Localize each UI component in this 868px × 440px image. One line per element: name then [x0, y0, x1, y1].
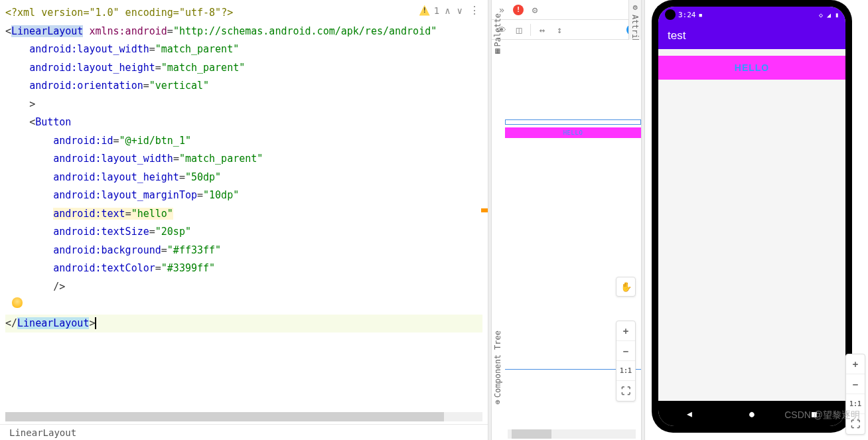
- emulator-pane: 3:24 ▪ ◇ ◢ ▮ test HELLO ◀ ● ■ +: [645, 0, 868, 440]
- button-tag: Button: [35, 116, 71, 128]
- component-tree-tab[interactable]: ⊕Component Tree: [493, 330, 502, 407]
- design-toolbar-2: 👁 ◫ ↔ ↕ ?: [492, 20, 641, 40]
- zoom-out-button[interactable]: −: [616, 341, 635, 361]
- design-hscrollbar[interactable]: [508, 429, 636, 439]
- button-preview[interactable]: HELLO: [505, 127, 641, 138]
- emulator-zoom-controls: + − 1:1 ⛶: [845, 354, 865, 435]
- intention-bulb-icon[interactable]: [12, 297, 23, 308]
- design-preview-pane: ▦Palette ⊕Component Tree ⚙Attributes » !…: [492, 0, 641, 440]
- scrollbar-thumb[interactable]: [512, 429, 551, 439]
- design-toolbar: » ! ⚙: [492, 0, 641, 20]
- phone-frame: 3:24 ▪ ◇ ◢ ▮ test HELLO ◀ ● ■: [652, 0, 852, 433]
- code-editor-pane: ! 1 ∧ ∨ ⋮ <?xml version="1.0" encoding="…: [0, 0, 488, 440]
- sliders-icon: ⚙: [630, 3, 640, 12]
- app-title: test: [668, 29, 686, 42]
- camera-notch: [665, 9, 676, 20]
- zoom-actual-button[interactable]: 1:1: [616, 361, 635, 381]
- zoom-in-button[interactable]: +: [846, 354, 865, 374]
- breadcrumb[interactable]: LinearLayout: [0, 424, 488, 440]
- app-body: HELLO: [658, 49, 845, 80]
- code-editor[interactable]: <?xml version="1.0" encoding="utf-8"?> <…: [0, 0, 488, 412]
- design-zoom-controls: + − 1:1 ⛶: [616, 321, 636, 402]
- status-icons: ◇ ◢ ▮: [819, 11, 839, 19]
- pan-button[interactable]: ✋: [616, 277, 636, 297]
- root-tag: LinearLayout: [11, 25, 83, 37]
- palette-icon: ▦: [495, 47, 500, 56]
- zoom-in-button[interactable]: +: [616, 321, 635, 341]
- layout-mode-icon[interactable]: ◫: [513, 25, 525, 35]
- options-icon[interactable]: ⚙: [529, 5, 541, 15]
- nav-home-icon[interactable]: ●: [749, 409, 755, 419]
- code-hscrollbar[interactable]: [5, 412, 482, 421]
- app-bar: test: [658, 23, 845, 49]
- notification-icon: ▪: [699, 11, 703, 19]
- tree-icon: ⊕: [495, 398, 500, 407]
- android-status-bar: 3:24 ▪ ◇ ◢ ▮: [658, 7, 845, 23]
- status-time: 3:24: [678, 11, 696, 19]
- cursor-line: </LinearLayout>: [5, 315, 482, 333]
- linearlayout-bounds[interactable]: [505, 119, 641, 125]
- xml-prolog: <?xml version="1.0" encoding="utf-8"?>: [5, 7, 233, 19]
- palette-tab[interactable]: ▦Palette: [493, 13, 502, 56]
- design-canvas[interactable]: HELLO ✋ + − 1:1 ⛶: [505, 40, 641, 429]
- layout-preview: HELLO: [505, 119, 641, 138]
- zoom-fit-button[interactable]: ⛶: [616, 381, 635, 401]
- nav-back-icon[interactable]: ◀: [687, 409, 692, 419]
- v-arrows-icon[interactable]: ↕: [553, 25, 565, 35]
- error-badge-icon[interactable]: !: [513, 5, 524, 15]
- h-arrows-icon[interactable]: ↔: [536, 25, 548, 35]
- watermark: CSDN @望黎逐明: [784, 409, 860, 421]
- gutter-marker[interactable]: [481, 208, 488, 212]
- phone-screen[interactable]: 3:24 ▪ ◇ ◢ ▮ test HELLO ◀ ● ■: [658, 7, 845, 426]
- scrollbar-thumb[interactable]: [5, 412, 444, 421]
- zoom-out-button[interactable]: −: [846, 374, 865, 394]
- hello-button[interactable]: HELLO: [658, 56, 845, 80]
